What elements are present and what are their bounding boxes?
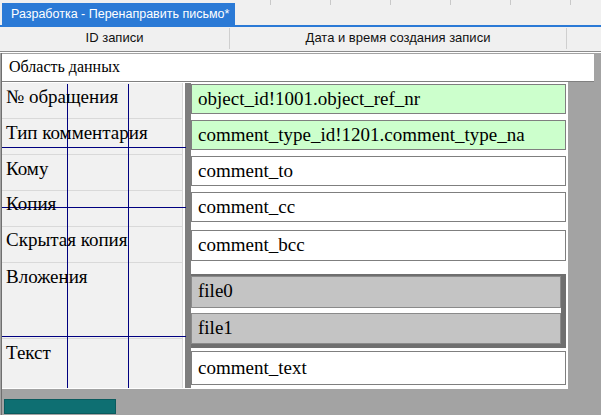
column-separator	[566, 28, 567, 49]
label-comment-type[interactable]: Тип комментария	[6, 122, 148, 144]
ruler-tick-icon	[450, 0, 451, 5]
tab-development[interactable]: Разработка - Перенаправить письмо*	[2, 3, 235, 25]
field-comment-bcc[interactable]: comment_bcc	[191, 230, 566, 261]
label-to[interactable]: Кому	[6, 158, 48, 180]
grid-line	[182, 83, 183, 388]
grid-line	[2, 118, 183, 119]
grid-line	[2, 154, 183, 155]
field-file0[interactable]: file0	[191, 276, 561, 308]
label-text[interactable]: Текст	[6, 342, 51, 364]
field-file1[interactable]: file1	[191, 313, 561, 344]
grid-line	[2, 338, 183, 339]
tab-underline	[0, 25, 601, 27]
label-request-number[interactable]: № обращения	[6, 86, 118, 108]
grid-line	[2, 262, 183, 263]
label-cc[interactable]: Копия	[6, 193, 56, 215]
ruler-tick-icon	[270, 0, 271, 5]
ruler-tick-icon	[510, 0, 511, 5]
field-comment-to[interactable]: comment_to	[191, 156, 566, 186]
minimized-window-caption[interactable]	[4, 399, 116, 414]
grid-line	[2, 190, 183, 191]
attachment-group-shadow	[191, 344, 566, 348]
design-guide-hline	[2, 336, 186, 337]
design-guide-hline	[2, 147, 186, 148]
report-designer-window: Разработка - Перенаправить письмо* ID за…	[0, 0, 601, 415]
ruler-tick-icon	[390, 0, 391, 5]
column-header-id[interactable]: ID записи	[0, 30, 229, 48]
label-attachments[interactable]: Вложения	[6, 266, 88, 288]
band-header-data-area[interactable]: Область данных	[2, 54, 594, 82]
field-comment-cc[interactable]: comment_cc	[191, 192, 566, 222]
grid-line	[2, 226, 183, 227]
label-bcc[interactable]: Скрытая копия	[6, 229, 127, 251]
field-comment-type[interactable]: comment_type_id!1201.comment_type_na	[191, 120, 566, 150]
field-object-ref-nr[interactable]: object_id!1001.object_ref_nr	[191, 84, 566, 114]
ruler-tick-icon	[330, 0, 331, 5]
column-separator	[229, 28, 230, 49]
field-comment-text[interactable]: comment_text	[191, 351, 566, 385]
ruler-tick-icon	[570, 0, 571, 5]
column-header-date[interactable]: Дата и время создания записи	[229, 30, 567, 48]
attachment-group-shadow	[561, 274, 566, 348]
